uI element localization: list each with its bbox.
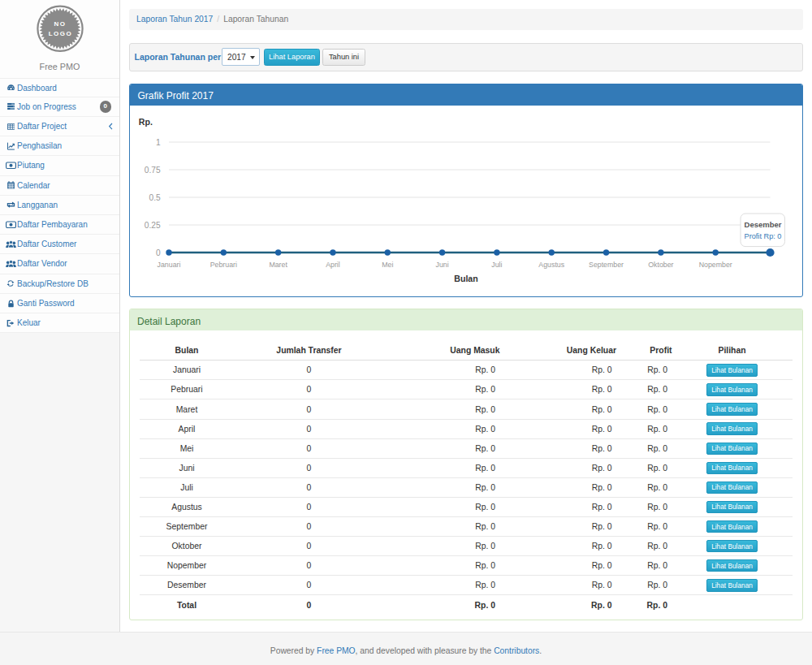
svg-text:Januari: Januari	[157, 261, 180, 269]
svg-text:Rp.: Rp.	[138, 117, 152, 127]
svg-text:Juni: Juni	[435, 261, 448, 269]
svg-text:Juli: Juli	[491, 261, 502, 269]
svg-text:September: September	[589, 261, 624, 269]
svg-text:Pebruari: Pebruari	[209, 261, 236, 269]
svg-text:Desember: Desember	[744, 220, 781, 229]
svg-text:April: April	[326, 261, 340, 269]
svg-text:0.5: 0.5	[149, 193, 160, 202]
svg-text:LOGO: LOGO	[49, 30, 73, 37]
svg-text:Mei: Mei	[382, 261, 393, 269]
svg-text:Bulan: Bulan	[454, 274, 477, 283]
svg-text:Agustus: Agustus	[538, 261, 564, 269]
svg-text:Nopember: Nopember	[698, 261, 732, 269]
svg-text:NO: NO	[54, 20, 67, 28]
svg-text:0.25: 0.25	[144, 221, 160, 230]
svg-text:0.75: 0.75	[144, 166, 160, 175]
svg-text:0: 0	[156, 248, 161, 257]
svg-text:Oktober: Oktober	[648, 261, 673, 269]
svg-text:1: 1	[156, 138, 161, 147]
svg-text:Maret: Maret	[269, 261, 287, 269]
svg-text:Profit Rp: 0: Profit Rp: 0	[744, 232, 781, 240]
